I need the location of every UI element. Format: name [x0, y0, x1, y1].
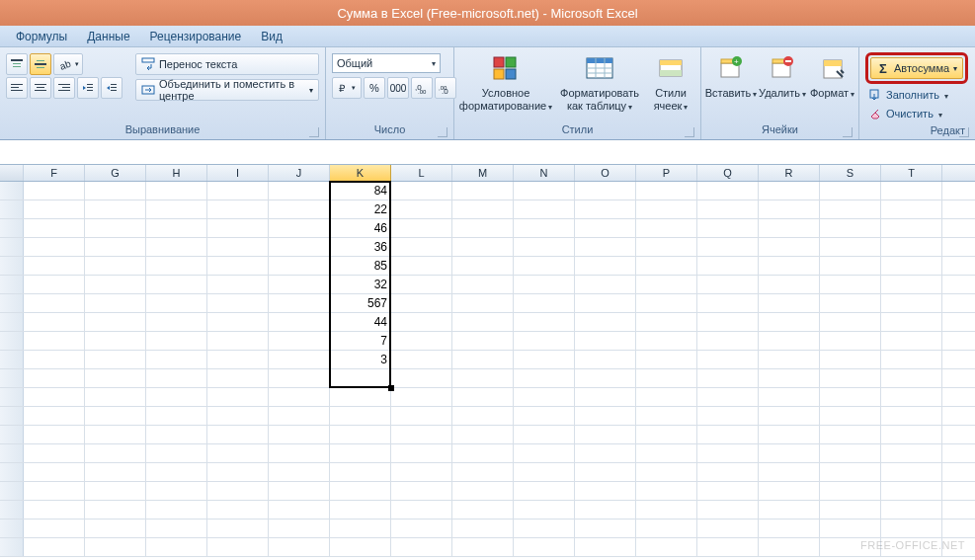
- cell[interactable]: [146, 257, 207, 275]
- row-header[interactable]: [0, 501, 24, 519]
- cell[interactable]: [452, 538, 514, 556]
- cell[interactable]: [452, 257, 514, 275]
- cell[interactable]: [881, 182, 942, 200]
- cell[interactable]: [759, 426, 820, 443]
- cell[interactable]: [881, 313, 942, 331]
- cell[interactable]: [820, 276, 881, 293]
- cell[interactable]: [514, 332, 575, 350]
- delete-cells-button[interactable]: Удалить: [757, 49, 808, 104]
- cell[interactable]: [697, 369, 759, 387]
- cell[interactable]: [575, 444, 636, 462]
- cell[interactable]: [697, 313, 759, 331]
- cell[interactable]: [146, 294, 207, 312]
- cell[interactable]: [146, 219, 207, 237]
- cell[interactable]: [207, 313, 269, 331]
- cell[interactable]: [269, 313, 330, 331]
- cell[interactable]: [24, 351, 85, 368]
- cell[interactable]: 567: [330, 294, 391, 312]
- cell[interactable]: [269, 351, 330, 368]
- cell[interactable]: [85, 369, 146, 387]
- cell[interactable]: [759, 407, 820, 425]
- cell[interactable]: [514, 182, 575, 200]
- cell[interactable]: [759, 463, 820, 481]
- conditional-formatting-button[interactable]: Условное форматирование: [458, 49, 553, 116]
- cell[interactable]: [207, 538, 269, 556]
- cell[interactable]: [24, 332, 85, 350]
- cell[interactable]: [207, 276, 269, 293]
- cell[interactable]: [820, 351, 881, 368]
- orientation-button[interactable]: ab▾: [53, 53, 83, 75]
- cell[interactable]: [24, 463, 85, 481]
- cell[interactable]: [146, 426, 207, 443]
- cell[interactable]: [391, 463, 452, 481]
- cell[interactable]: [391, 332, 452, 350]
- merge-center-button[interactable]: Объединить и поместить в центре ▾: [135, 79, 319, 101]
- cell[interactable]: [146, 182, 207, 200]
- cell[interactable]: [85, 501, 146, 519]
- cell-styles-button[interactable]: Стили ячеек: [646, 49, 695, 116]
- cell[interactable]: [514, 426, 575, 443]
- column-header-R[interactable]: R: [759, 165, 820, 181]
- column-header-Q[interactable]: Q: [697, 165, 759, 181]
- cell[interactable]: [514, 388, 575, 406]
- cell[interactable]: [636, 351, 697, 368]
- column-header-H[interactable]: H: [146, 165, 207, 181]
- cell[interactable]: [452, 294, 514, 312]
- row-header[interactable]: [0, 407, 24, 425]
- cell[interactable]: [636, 369, 697, 387]
- cell[interactable]: [24, 407, 85, 425]
- cell[interactable]: [514, 351, 575, 368]
- cell[interactable]: [514, 463, 575, 481]
- cell[interactable]: [697, 200, 759, 218]
- decrease-decimal-button[interactable]: ,00,0: [435, 77, 456, 99]
- cell[interactable]: [452, 482, 514, 500]
- row-header[interactable]: [0, 444, 24, 462]
- cell[interactable]: [575, 463, 636, 481]
- cell[interactable]: [820, 332, 881, 350]
- cell[interactable]: [146, 407, 207, 425]
- cell[interactable]: [391, 482, 452, 500]
- cell[interactable]: [759, 182, 820, 200]
- cell[interactable]: [575, 501, 636, 519]
- cell[interactable]: [146, 501, 207, 519]
- cell[interactable]: [514, 200, 575, 218]
- cell[interactable]: [269, 294, 330, 312]
- cell[interactable]: [269, 219, 330, 237]
- cell[interactable]: [269, 200, 330, 218]
- cell[interactable]: [636, 238, 697, 256]
- cell[interactable]: [391, 182, 452, 200]
- tab-view[interactable]: Вид: [251, 27, 292, 46]
- cell[interactable]: [330, 444, 391, 462]
- row-header[interactable]: [0, 276, 24, 293]
- cell[interactable]: [881, 520, 942, 537]
- cell[interactable]: [575, 538, 636, 556]
- cell[interactable]: [514, 407, 575, 425]
- cell[interactable]: [636, 444, 697, 462]
- cell[interactable]: [452, 276, 514, 293]
- cell[interactable]: [820, 369, 881, 387]
- cell[interactable]: [85, 200, 146, 218]
- cell[interactable]: [269, 444, 330, 462]
- column-header-P[interactable]: P: [636, 165, 697, 181]
- cell[interactable]: [820, 463, 881, 481]
- cell[interactable]: [881, 200, 942, 218]
- cell[interactable]: 3: [330, 351, 391, 368]
- column-header-K[interactable]: K: [330, 165, 391, 181]
- cell[interactable]: [85, 444, 146, 462]
- cell[interactable]: [146, 238, 207, 256]
- cell[interactable]: [514, 219, 575, 237]
- cell[interactable]: [269, 332, 330, 350]
- cell[interactable]: [759, 369, 820, 387]
- cell[interactable]: 7: [330, 332, 391, 350]
- cell[interactable]: [269, 182, 330, 200]
- cell[interactable]: [759, 482, 820, 500]
- cell[interactable]: [452, 332, 514, 350]
- align-top-button[interactable]: [6, 53, 28, 75]
- cell[interactable]: [391, 351, 452, 368]
- cell[interactable]: [24, 182, 85, 200]
- cell[interactable]: [85, 351, 146, 368]
- cell[interactable]: [881, 238, 942, 256]
- cell[interactable]: 36: [330, 238, 391, 256]
- cell[interactable]: [575, 294, 636, 312]
- cell[interactable]: [452, 182, 514, 200]
